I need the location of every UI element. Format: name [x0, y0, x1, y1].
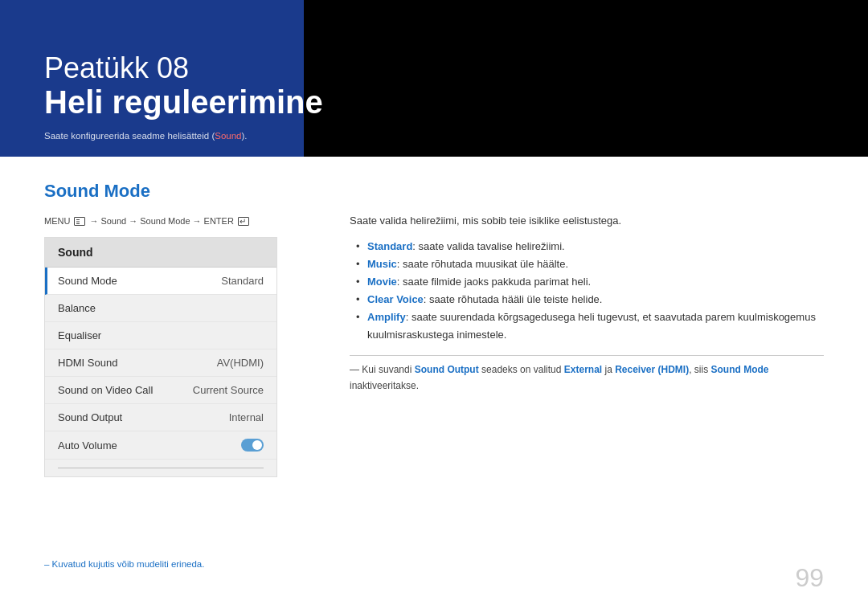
list-item-music: Music: saate rõhutada muusikat üle häält… — [356, 255, 824, 273]
sound-output-row[interactable]: Sound Output Internal — [45, 404, 276, 431]
menu-icon — [74, 217, 85, 226]
chapter-label: Peatükk 08 — [44, 52, 824, 84]
header-link[interactable]: Sound — [215, 131, 241, 141]
auto-volume-label: Auto Volume — [58, 439, 117, 452]
right-column: Saate valida helirežiimi, mis sobib teie… — [350, 181, 824, 477]
list-item-clear-voice: Clear Voice: saate rõhutada hääli üle te… — [356, 291, 824, 309]
amplify-label: Amplify — [367, 311, 406, 323]
menu-prefix: MENU — [44, 216, 70, 226]
balance-row[interactable]: Balance — [45, 295, 276, 322]
menu-enter: ENTER — [204, 216, 234, 226]
hdmi-sound-row[interactable]: HDMI Sound AV(HDMI) — [45, 349, 276, 377]
list-item-standard: Standard: saate valida tavalise helireži… — [356, 238, 824, 255]
sound-output-label: Sound Output — [58, 411, 122, 423]
sound-mode-value: Standard — [221, 275, 264, 287]
main-content: Sound Mode MENU → Sound → Sound Mode → E… — [0, 157, 868, 493]
note-external: External — [564, 364, 602, 375]
auto-volume-toggle[interactable] — [241, 439, 264, 452]
note-receiver: Receiver (HDMI) — [615, 364, 689, 375]
clear-voice-label: Clear Voice — [367, 293, 424, 305]
list-item-movie: Movie: saate filmide jaoks pakkuda parim… — [356, 273, 824, 291]
description-intro: Saate valida helirežiimi, mis sobib teie… — [350, 213, 824, 230]
header-subtitle: Saate konfigureerida seadme helisätteid … — [44, 131, 824, 141]
sound-video-call-label: Sound on Video Call — [58, 384, 153, 396]
equaliser-label: Equaliser — [58, 329, 101, 341]
balance-label: Balance — [58, 302, 96, 314]
movie-label: Movie — [367, 276, 397, 288]
menu-sound: Sound — [100, 216, 126, 226]
hdmi-sound-label: HDMI Sound — [58, 357, 117, 369]
note-text: Kui suvandi Sound Output seadeks on vali… — [350, 355, 824, 393]
footer-note: – Kuvatud kujutis võib mudeliti erineda. — [44, 559, 204, 569]
standard-label: Standard — [367, 240, 412, 252]
enter-icon — [238, 217, 249, 226]
note-sound-mode: Sound Mode — [711, 364, 769, 375]
menu-path: MENU → Sound → Sound Mode → ENTER — [44, 216, 317, 226]
sound-panel-header: Sound — [45, 238, 276, 268]
page-header: Peatükk 08 Heli reguleerimine Saate konf… — [0, 0, 868, 157]
sound-mode-label: Sound Mode — [58, 275, 117, 287]
left-column: Sound Mode MENU → Sound → Sound Mode → E… — [44, 181, 317, 477]
list-item-amplify: Amplify: saate suurendada kõrgsagedusega… — [356, 309, 824, 344]
hdmi-sound-value: AV(HDMI) — [217, 357, 264, 369]
page-title: Heli reguleerimine — [44, 84, 824, 120]
sound-video-call-value: Current Source — [193, 384, 264, 396]
sound-panel: Sound Sound Mode Standard Balance Equali… — [44, 237, 277, 477]
music-label: Music — [367, 258, 397, 270]
note-sound-output: Sound Output — [415, 364, 479, 375]
page-number: 99 — [795, 563, 824, 593]
menu-sound-mode: Sound Mode — [140, 216, 190, 226]
sound-video-call-row[interactable]: Sound on Video Call Current Source — [45, 377, 276, 404]
equaliser-row[interactable]: Equaliser — [45, 322, 276, 349]
auto-volume-row[interactable]: Auto Volume — [45, 431, 276, 460]
section-title: Sound Mode — [44, 181, 317, 202]
sound-mode-row[interactable]: Sound Mode Standard — [45, 268, 276, 295]
sound-output-value: Internal — [229, 411, 264, 423]
bullet-list: Standard: saate valida tavalise helireži… — [350, 238, 824, 345]
panel-divider — [58, 468, 264, 468]
